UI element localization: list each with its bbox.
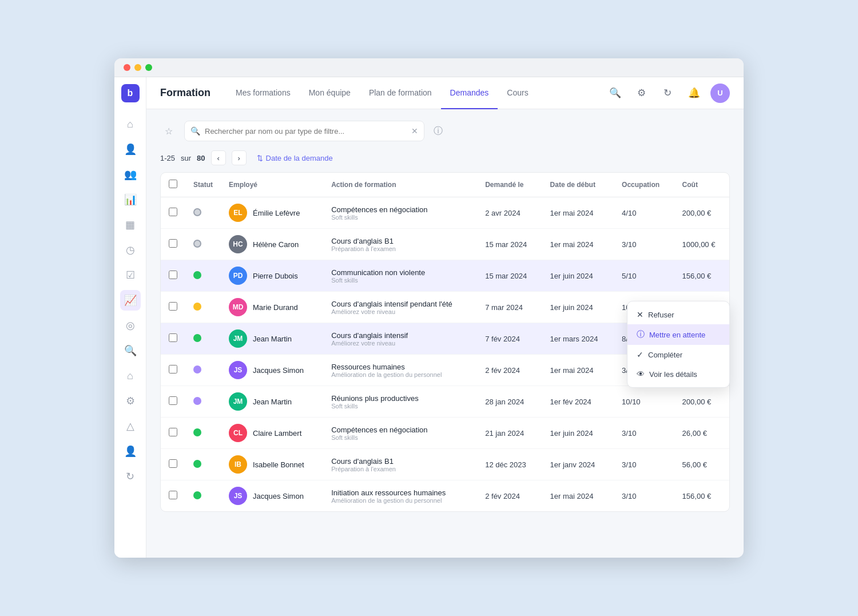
row-checkbox[interactable] [169,491,177,499]
tab-cours[interactable]: Cours [498,77,537,109]
row-debut: 1er mars 2024 [542,323,614,355]
pagination-next[interactable]: › [232,150,247,165]
action-sub: Préparation à l'examen [331,466,469,472]
table-row: JS Jacques Simon Initiation aux ressourc… [161,480,729,512]
row-cost: 26,00 € [674,418,729,449]
employee-cell: JM Jean Martin [229,329,315,348]
row-cost: 156,00 € [674,480,729,512]
sidebar-icon-alert[interactable]: △ [120,416,141,436]
info-icon[interactable]: ⓘ [434,125,443,137]
row-debut: 1er juin 2024 [542,292,614,323]
menu-item-attente[interactable]: ⓘ Mettre en attente [627,324,729,345]
select-all-checkbox[interactable] [169,180,177,188]
sort-button[interactable]: ⇅ Date de la demande [252,152,337,165]
th-demande: Demandé le [477,173,542,197]
row-occupation: 3/10 [614,449,674,480]
settings-button[interactable]: ⚙ [631,84,651,103]
row-checkbox[interactable] [169,459,177,468]
action-primary: Réunions plus productives [331,394,469,403]
pagination-prev[interactable]: ‹ [211,150,226,165]
row-status [185,292,221,323]
status-indicator [193,491,201,499]
employee-avatar: CL [229,424,247,442]
sidebar-icon-team[interactable]: 👥 [120,164,141,185]
row-checkbox[interactable] [169,428,177,436]
sidebar-icon-search[interactable]: 🔍 [120,340,141,361]
employee-cell: IB Isabelle Bonnet [229,455,315,474]
sidebar-icon-analytics[interactable]: 📈 [120,290,141,311]
row-status [185,260,221,292]
row-checkbox[interactable] [169,333,177,342]
menu-item-details[interactable]: 👁 Voir les détails [627,364,729,384]
row-checkbox-cell [161,323,185,355]
row-checkbox-cell [161,229,185,260]
sidebar-icon-user[interactable]: 👤 [120,139,141,160]
row-cost: 156,00 € [674,260,729,292]
menu-item-refuser[interactable]: ✕ Refuser [627,305,729,324]
app-window: b ⌂ 👤 👥 📊 ▦ ◷ ☑ 📈 ◎ 🔍 ⌂ ⚙ △ 👤 ↻ Formatio… [114,58,744,558]
row-checkbox[interactable] [169,208,177,216]
employee-avatar: JS [229,361,247,379]
sidebar-icon-clock[interactable]: ◷ [120,240,141,260]
action-primary: Cours d'anglais intensif pendant l'été [331,300,469,308]
sidebar-icon-building[interactable]: ⌂ [120,365,141,386]
row-debut: 1er mai 2024 [542,229,614,260]
row-checkbox-cell [161,449,185,480]
minimize-dot[interactable] [134,64,141,71]
row-checkbox[interactable] [169,271,177,279]
search-input[interactable] [205,127,407,136]
nav-tabs: Mes formations Mon équipe Plan de format… [227,77,605,109]
sidebar-icon-refresh[interactable]: ↻ [120,466,141,487]
row-demande: 21 jan 2024 [477,418,542,449]
row-employee: EL Émilie Lefèvre [221,197,323,229]
action-primary: Cours d'anglais B1 [331,457,469,466]
status-indicator [193,271,201,279]
action-primary: Initiation aux ressources humaines [331,488,469,497]
row-checkbox[interactable] [169,396,177,405]
tab-mes-formations[interactable]: Mes formations [227,77,300,109]
page-title: Formation [160,87,210,99]
row-demande: 2 fév 2024 [477,480,542,512]
tab-plan-de-formation[interactable]: Plan de formation [360,77,441,109]
tab-mon-equipe[interactable]: Mon équipe [300,77,360,109]
row-demande: 2 avr 2024 [477,197,542,229]
status-indicator [193,428,201,436]
sidebar-icon-person[interactable]: 👤 [120,441,141,462]
search-button[interactable]: 🔍 [605,84,625,103]
sidebar-icon-target[interactable]: ◎ [120,315,141,336]
favorite-button[interactable]: ☆ [160,122,177,140]
row-cost: 56,00 € [674,449,729,480]
pagination-sep: sur [181,154,191,162]
sidebar-icon-calendar[interactable]: ▦ [120,214,141,235]
row-cost: 200,00 € [674,197,729,229]
menu-item-completer[interactable]: ✓ Compléter [627,345,729,364]
row-checkbox[interactable] [169,239,177,248]
row-checkbox[interactable] [169,302,177,311]
sidebar-icon-chart[interactable]: 📊 [120,189,141,210]
row-employee: JS Jacques Simon [221,480,323,512]
sidebar-icon-home[interactable]: ⌂ [120,114,141,134]
action-primary: Cours d'anglais B1 [331,237,469,245]
tab-demandes[interactable]: Demandes [441,77,498,109]
completer-label: Compléter [648,351,682,359]
sidebar-icon-check[interactable]: ☑ [120,265,141,285]
row-debut: 1er juin 2024 [542,418,614,449]
status-indicator [193,240,201,248]
maximize-dot[interactable] [145,64,152,71]
row-checkbox[interactable] [169,365,177,373]
search-icon: 🔍 [190,126,200,136]
refuser-icon: ✕ [637,310,644,319]
row-employee: JM Jean Martin [221,323,323,355]
sidebar-icon-settings[interactable]: ⚙ [120,391,141,411]
clear-icon[interactable]: ✕ [411,126,418,136]
close-dot[interactable] [124,64,130,71]
app-logo[interactable]: b [121,84,140,102]
employee-cell: PD Pierre Dubois [229,267,315,285]
notifications-button[interactable]: 🔔 [684,84,704,103]
user-avatar[interactable]: U [710,84,730,103]
history-button[interactable]: ↻ [658,84,677,103]
employee-cell: HC Hélène Caron [229,235,315,253]
details-icon: 👁 [637,369,645,379]
row-action: Communication non violente Soft skills [323,260,477,292]
status-indicator [193,208,201,216]
